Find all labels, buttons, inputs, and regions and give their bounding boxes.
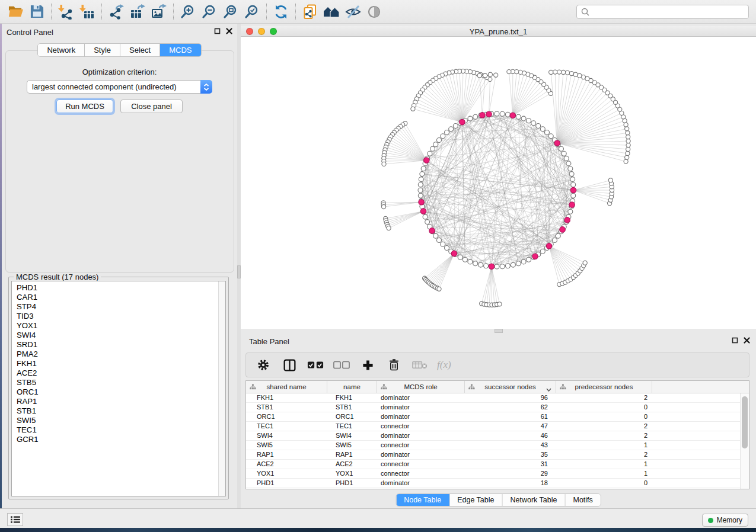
show-all-button[interactable]	[363, 2, 385, 21]
table-tab-network-table[interactable]: Network Table	[503, 494, 566, 506]
column-header-mcds-role[interactable]: MCDS role	[377, 381, 465, 393]
table-cell[interactable]: 96	[465, 393, 556, 402]
zoom-selected-button[interactable]	[241, 2, 263, 21]
table-cell[interactable]: connector	[377, 469, 465, 478]
table-cell[interactable]: PHD1	[327, 479, 377, 488]
table-row[interactable]: SWI4SWI4dominator462	[246, 431, 749, 441]
table-cell[interactable]: 43	[465, 441, 556, 450]
table-cell[interactable]: 47	[465, 422, 556, 431]
table-cell[interactable]: 1	[556, 469, 652, 478]
table-row[interactable]: RAP1RAP1dominator352	[246, 450, 749, 460]
table-cell[interactable]: connector	[377, 441, 465, 450]
zoom-out-button[interactable]	[199, 2, 220, 21]
mcds-result-item[interactable]: ACE2	[12, 368, 225, 378]
table-scrollbar[interactable]	[740, 393, 749, 489]
table-cell[interactable]: 31	[465, 460, 556, 469]
table-cell[interactable]: STB1	[327, 403, 377, 412]
mcds-result-list[interactable]: PHD1CAR1STP4TID3YOX1SWI4SRD1PMA2FKH1ACE2…	[11, 281, 226, 496]
table-cell[interactable]: 46	[465, 431, 556, 440]
clone-network-button[interactable]	[299, 2, 321, 21]
table-row[interactable]: TEC1TEC1connector472	[246, 422, 749, 431]
close-panel-icon[interactable]	[744, 337, 750, 344]
table-row[interactable]: PHD1PHD1dominator180	[246, 479, 749, 488]
table-tab-edge-table[interactable]: Edge Table	[449, 494, 502, 506]
export-image-button[interactable]	[148, 2, 170, 21]
table-cell[interactable]: ACE2	[327, 460, 377, 469]
table-cell[interactable]: FKH1	[327, 393, 377, 402]
import-network-button[interactable]	[55, 2, 76, 21]
mcds-result-item[interactable]: TEC1	[12, 425, 225, 435]
table-cell[interactable]: dominator	[377, 479, 465, 488]
mcds-result-item[interactable]: STP4	[12, 302, 225, 312]
mcds-result-item[interactable]: SRD1	[12, 340, 225, 350]
table-cell[interactable]: PHD1	[246, 479, 327, 488]
search-input[interactable]	[590, 8, 748, 16]
table-cell[interactable]: ORC1	[246, 412, 327, 421]
table-row[interactable]: SWI5SWI5connector431	[246, 441, 749, 450]
table-cell[interactable]: RAP1	[327, 450, 377, 459]
float-panel-icon[interactable]	[214, 28, 221, 34]
column-header-successor-nodes[interactable]: successor nodes	[465, 381, 556, 393]
table-cell[interactable]: RAP1	[246, 450, 327, 459]
memory-button[interactable]: Memory	[702, 514, 748, 527]
zoom-fit-button[interactable]	[220, 2, 241, 21]
table-cell[interactable]: YOX1	[246, 469, 327, 478]
open-session-button[interactable]	[5, 2, 26, 21]
table-row[interactable]: YOX1YOX1connector291	[246, 469, 749, 479]
table-row[interactable]: STB1STB1dominator620	[246, 403, 749, 412]
delete-column-button[interactable]	[385, 356, 403, 374]
table-cell[interactable]: 29	[465, 469, 556, 478]
mcds-result-item[interactable]: TID3	[12, 312, 225, 321]
hide-selected-button[interactable]	[342, 2, 363, 21]
table-cell[interactable]: 62	[465, 403, 556, 412]
sort-desc-icon[interactable]	[546, 386, 551, 393]
column-header-predecessor-nodes[interactable]: predecessor nodes	[556, 381, 652, 393]
deselect-all-columns-button[interactable]	[333, 356, 350, 374]
select-all-columns-button[interactable]	[307, 356, 324, 374]
table-cell[interactable]: FKH1	[246, 393, 327, 402]
network-window-titlebar[interactable]: YPA_prune.txt_1	[241, 26, 756, 37]
add-column-button[interactable]	[359, 356, 377, 374]
table-cell[interactable]: 0	[556, 403, 652, 412]
criterion-select[interactable]: largest connected component (undirected)	[27, 80, 212, 94]
table-cell[interactable]: 1	[556, 441, 652, 450]
table-cell[interactable]: 2	[556, 431, 652, 440]
column-header-shared-name[interactable]: shared name	[246, 381, 327, 393]
table-cell[interactable]: 35	[465, 450, 556, 459]
column-layout-button[interactable]	[280, 356, 298, 374]
table-cell[interactable]: 0	[556, 412, 652, 421]
mcds-result-item[interactable]: STB5	[12, 378, 225, 387]
export-table-button[interactable]	[127, 2, 148, 21]
import-table-button[interactable]	[76, 2, 98, 21]
export-network-button[interactable]	[106, 2, 127, 21]
tab-mcds[interactable]: MCDS	[160, 44, 200, 56]
network-canvas[interactable]	[241, 37, 756, 329]
tab-network[interactable]: Network	[38, 44, 85, 56]
table-cell[interactable]: dominator	[377, 450, 465, 459]
table-options-button[interactable]	[254, 356, 272, 374]
table-cell[interactable]: dominator	[377, 431, 465, 440]
table-scrollbar-thumb[interactable]	[742, 396, 748, 448]
run-mcds-button[interactable]: Run MCDS	[56, 100, 113, 113]
table-cell[interactable]: dominator	[377, 412, 465, 421]
mcds-result-item[interactable]: PHD1	[12, 283, 225, 293]
close-panel-button[interactable]: Close panel	[120, 100, 183, 113]
float-panel-icon[interactable]	[732, 337, 738, 344]
table-cell[interactable]: 2	[556, 393, 652, 402]
zoom-in-button[interactable]	[177, 2, 199, 21]
mcds-result-item[interactable]: GCR1	[12, 435, 225, 444]
tab-select[interactable]: Select	[120, 44, 160, 56]
table-cell[interactable]: SWI4	[246, 431, 327, 440]
mcds-result-item[interactable]: ORC1	[12, 387, 225, 397]
table-cell[interactable]: TEC1	[327, 422, 377, 431]
table-cell[interactable]: SWI5	[327, 441, 377, 450]
first-neighbors-button[interactable]	[321, 2, 342, 21]
close-panel-icon[interactable]	[226, 28, 232, 34]
mcds-list-scrollbar[interactable]	[218, 281, 225, 496]
mcds-result-item[interactable]: FKH1	[12, 359, 225, 368]
table-cell[interactable]: 61	[465, 412, 556, 421]
table-cell[interactable]: connector	[377, 460, 465, 469]
table-cell[interactable]: ORC1	[327, 412, 377, 421]
table-tab-motifs[interactable]: Motifs	[565, 494, 600, 506]
table-cell[interactable]: STB1	[246, 403, 327, 412]
